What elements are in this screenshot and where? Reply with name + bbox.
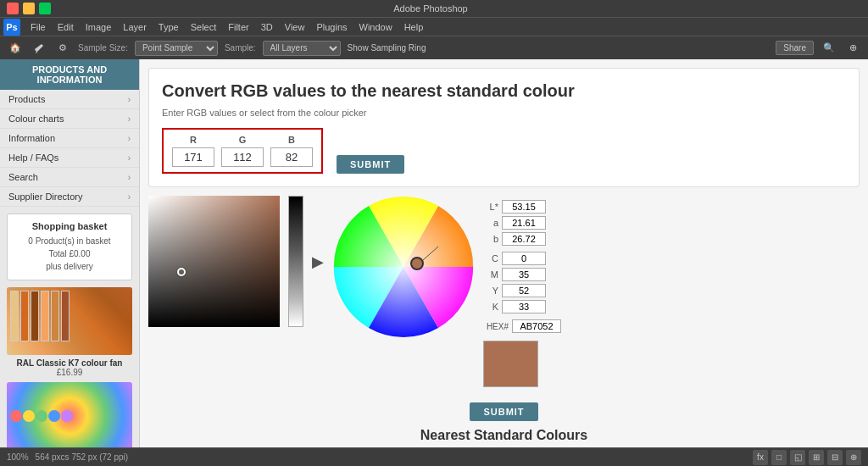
g-label: G bbox=[239, 135, 247, 145]
picker-arrow: ▶ bbox=[312, 196, 324, 327]
document-dimensions: 564 pxcs 752 px (72 ppi) bbox=[36, 452, 129, 462]
status-icon-2[interactable]: ◱ bbox=[790, 450, 805, 465]
color-values-panel: L* a b C M bbox=[483, 196, 561, 387]
arrow-icon: › bbox=[128, 95, 131, 104]
product-ral[interactable]: RAL Classic K7 colour fan £16.99 bbox=[7, 287, 132, 377]
search-icon[interactable]: 🔍 bbox=[821, 40, 837, 57]
ps-logo: Ps bbox=[3, 19, 20, 36]
color-swatch bbox=[483, 341, 538, 387]
status-icon-1[interactable]: □ bbox=[771, 450, 787, 465]
rgb-inputs-group: R G B bbox=[162, 128, 323, 174]
home-icon[interactable]: 🏠 bbox=[7, 40, 24, 57]
statusbar: 100% 564 pxcs 752 px (72 ppi) fx □ ◱ ⊞ ⊟… bbox=[0, 447, 868, 466]
menu-window[interactable]: Window bbox=[354, 20, 398, 34]
submit-center-row: SUBMIT bbox=[140, 399, 868, 421]
settings-icon[interactable]: ⚙ bbox=[54, 40, 71, 57]
gradient-indicator bbox=[177, 268, 186, 276]
product-ral-price: £16.99 bbox=[7, 368, 132, 377]
basket-delivery: plus delivery bbox=[14, 260, 125, 273]
submit-button-top[interactable]: SUBMIT bbox=[337, 155, 404, 174]
menu-type[interactable]: Type bbox=[153, 20, 184, 34]
b-input[interactable] bbox=[270, 147, 313, 167]
menu-view[interactable]: View bbox=[280, 20, 310, 34]
arrow-icon: › bbox=[128, 153, 131, 163]
menu-image[interactable]: Image bbox=[81, 20, 117, 34]
zoom-level: 100% bbox=[7, 452, 29, 462]
eyedropper-icon[interactable] bbox=[31, 40, 47, 57]
restore-button[interactable] bbox=[39, 3, 51, 14]
c-input[interactable] bbox=[502, 252, 546, 265]
brightness-bar[interactable] bbox=[288, 196, 303, 327]
m-label: M bbox=[483, 269, 498, 280]
m-input[interactable] bbox=[502, 268, 546, 281]
status-icon-4[interactable]: ⊟ bbox=[827, 450, 843, 465]
fx-button[interactable]: fx bbox=[753, 450, 768, 465]
submit-button-main[interactable]: SUBMIT bbox=[470, 402, 537, 421]
hex-label: HEX# bbox=[483, 322, 509, 331]
sidebar: PRODUCTS AND INFORMATION Products › Colo… bbox=[0, 59, 140, 447]
lab-b-label: b bbox=[483, 234, 498, 244]
y-input[interactable] bbox=[502, 284, 546, 297]
sample-size-select[interactable]: Point Sample 3 by 3 Average 5 by 5 Avera… bbox=[135, 41, 218, 56]
show-sampling-ring-label: Show Sampling Ring bbox=[348, 43, 426, 53]
svg-point-1 bbox=[334, 197, 473, 336]
nearest-section: Nearest Standard Colours Filter by colou… bbox=[140, 428, 868, 447]
k-input[interactable] bbox=[502, 300, 546, 313]
g-input[interactable] bbox=[221, 147, 264, 167]
product-ams[interactable]: AMS Std. 595A colour fan £255.00 bbox=[7, 382, 132, 447]
convert-subtitle: Enter RGB values or select from the colo… bbox=[162, 108, 846, 118]
arrow-icon: › bbox=[128, 192, 131, 202]
sidebar-item-colour-charts[interactable]: Colour charts › bbox=[0, 109, 139, 129]
menu-layer[interactable]: Layer bbox=[118, 20, 152, 34]
k-label: K bbox=[483, 302, 498, 312]
lab-a-input[interactable] bbox=[502, 216, 546, 230]
product-image-ral bbox=[7, 287, 132, 355]
lab-l-label: L* bbox=[483, 202, 498, 212]
sidebar-item-information[interactable]: Information › bbox=[0, 129, 139, 148]
arrow-icon: › bbox=[128, 134, 131, 143]
sidebar-item-products[interactable]: Products › bbox=[0, 90, 139, 109]
titlebar: Adobe Photoshop bbox=[0, 0, 868, 17]
svg-point-2 bbox=[411, 258, 423, 269]
color-gradient-picker[interactable] bbox=[148, 196, 280, 327]
sidebar-item-search[interactable]: Search › bbox=[0, 168, 139, 187]
lab-a-label: a bbox=[483, 218, 498, 228]
menu-filter[interactable]: Filter bbox=[223, 20, 253, 34]
r-input[interactable] bbox=[172, 147, 214, 167]
basket-total: Total £0.00 bbox=[14, 247, 125, 260]
b-label: B bbox=[288, 135, 295, 145]
menu-help[interactable]: Help bbox=[399, 20, 429, 34]
sample-size-label: Sample Size: bbox=[78, 43, 128, 53]
menu-3d[interactable]: 3D bbox=[256, 20, 278, 34]
product-ral-name: RAL Classic K7 colour fan bbox=[7, 358, 132, 368]
menu-select[interactable]: Select bbox=[186, 20, 222, 34]
convert-title: Convert RGB values to the nearest standa… bbox=[162, 81, 846, 101]
menu-plugins[interactable]: Plugins bbox=[311, 20, 352, 34]
menu-edit[interactable]: Edit bbox=[53, 20, 79, 34]
zoom-icon[interactable]: ⊕ bbox=[844, 40, 861, 57]
menubar: Ps File Edit Image Layer Type Select Fil… bbox=[0, 17, 868, 36]
lab-b-input[interactable] bbox=[502, 232, 546, 246]
main-layout: PRODUCTS AND INFORMATION Products › Colo… bbox=[0, 59, 868, 447]
sidebar-item-supplier-directory[interactable]: Supplier Directory › bbox=[0, 187, 139, 207]
c-label: C bbox=[483, 253, 498, 264]
sidebar-item-help[interactable]: Help / FAQs › bbox=[0, 148, 139, 168]
main-content: Convert RGB values to the nearest standa… bbox=[140, 59, 868, 447]
r-label: R bbox=[190, 135, 197, 145]
status-icon-3[interactable]: ⊞ bbox=[809, 450, 824, 465]
basket-title: Shopping basket bbox=[14, 221, 125, 231]
sample-select[interactable]: All Layers Current Layer bbox=[263, 41, 341, 56]
nearest-title: Nearest Standard Colours bbox=[148, 428, 860, 443]
minimize-button[interactable] bbox=[23, 3, 35, 14]
sample-label: Sample: bbox=[225, 43, 256, 53]
close-button[interactable] bbox=[7, 3, 19, 14]
share-button[interactable]: Share bbox=[776, 41, 814, 55]
lab-l-input[interactable] bbox=[502, 200, 546, 214]
product-image-ams bbox=[7, 382, 132, 447]
status-icon-5[interactable]: ⊕ bbox=[846, 450, 861, 465]
toolbar: 🏠 ⚙ Sample Size: Point Sample 3 by 3 Ave… bbox=[0, 36, 868, 59]
menu-file[interactable]: File bbox=[25, 20, 51, 34]
hex-input[interactable] bbox=[512, 319, 561, 333]
color-wheel[interactable] bbox=[332, 196, 475, 338]
convert-section: Convert RGB values to the nearest standa… bbox=[148, 68, 860, 187]
